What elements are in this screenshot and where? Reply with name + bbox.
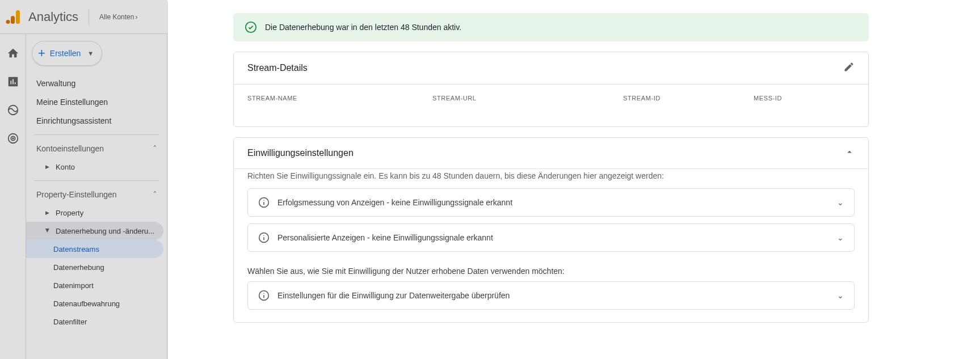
chevron-right-icon: › <box>135 13 137 21</box>
analytics-logo-icon <box>5 8 23 26</box>
status-banner: Die Datenerhebung war in den letzten 48 … <box>233 13 869 34</box>
svg-rect-1 <box>11 16 15 24</box>
product-name: Analytics <box>28 10 78 24</box>
svg-point-7 <box>246 22 256 32</box>
svg-rect-0 <box>16 10 20 24</box>
banner-message: Die Datenerhebung war in den letzten 48 … <box>265 23 461 32</box>
main-panel: Die Datenerhebung war in den letzten 48 … <box>167 2 980 34</box>
check-circle-icon <box>245 21 257 33</box>
svg-point-2 <box>6 20 10 24</box>
all-accounts-link[interactable]: Alle Konten › <box>99 13 137 21</box>
